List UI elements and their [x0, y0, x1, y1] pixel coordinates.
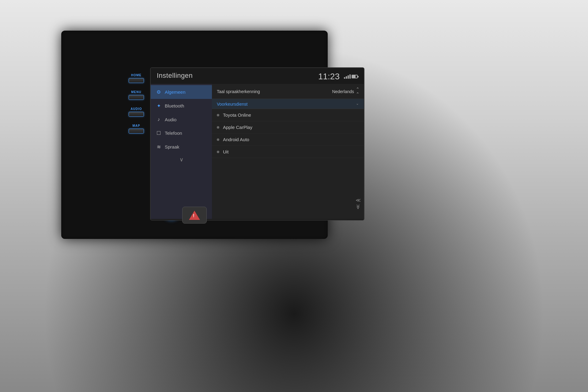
option-label-toyota: Toyota Online — [223, 112, 251, 118]
option-label-android: Android Auto — [223, 137, 249, 142]
menu-item-telefoon[interactable]: ☐ Telefoon — [151, 126, 212, 140]
menu-label-audio: Audio — [165, 117, 176, 122]
screen-header: Instellingen 11:23 — [151, 68, 364, 84]
menu-item-algemeen[interactable]: ⚙ Algemeen — [151, 85, 212, 99]
signal-bar-3 — [348, 75, 349, 79]
screen-title: Instellingen — [157, 72, 193, 80]
signal-icons — [344, 74, 358, 79]
signal-bar-1 — [344, 77, 345, 79]
phone-icon: ☐ — [156, 130, 162, 136]
settings-right-panel: Taal spraakherkenning Nederlands ⌃ ⌃ Voo… — [212, 84, 364, 219]
hazard-triangle-icon — [189, 211, 200, 220]
map-button[interactable] — [129, 129, 144, 134]
audio-button[interactable] — [129, 112, 144, 117]
taal-setting-value: Nederlands — [332, 89, 354, 94]
menu-item-bluetooth[interactable]: ✦ Bluetooth — [151, 99, 212, 113]
head-unit: HOME MENU AUDIO MAP CH > < TR — [61, 31, 328, 239]
infotainment-screen: Instellingen 11:23 — [150, 67, 364, 221]
menu-button[interactable] — [129, 95, 144, 100]
chevron-down-double-icon: ≫ — [356, 198, 361, 203]
audio-button-group: AUDIO — [129, 107, 144, 117]
signal-bar-4 — [349, 74, 351, 79]
menu-button-group: MENU — [129, 90, 144, 100]
option-label-uit: Uit — [223, 149, 228, 154]
menu-label: MENU — [131, 90, 141, 94]
menu-label-telefoon: Telefoon — [165, 130, 182, 136]
music-note-icon: ♪ — [156, 117, 162, 122]
chevron-up-icon: ⌃ — [356, 87, 360, 91]
voorkeursdienst-header: Voorkeursdienst ⌄ — [212, 99, 364, 109]
chevron-down-single-icon: ≫ — [355, 204, 361, 209]
screen-content: ⚙ Algemeen ✦ Bluetooth ♪ Audio ☐ Telefoo… — [151, 84, 364, 219]
battery-icon — [352, 75, 358, 78]
voice-icon: ≋ — [156, 144, 162, 150]
menu-label-algemeen: Algemeen — [165, 89, 186, 95]
settings-menu-sidebar: ⚙ Algemeen ✦ Bluetooth ♪ Audio ☐ Telefoo… — [151, 84, 212, 219]
menu-more-button[interactable]: ∨ — [151, 154, 212, 165]
chevron-down-icon: ∨ — [179, 156, 183, 163]
scroll-arrows-up: ⌃ ⌃ — [356, 87, 360, 96]
option-android-auto[interactable]: Android Auto — [212, 134, 364, 146]
option-dot-android — [217, 138, 219, 141]
left-physical-buttons: HOME MENU AUDIO MAP — [129, 74, 144, 134]
hazard-button[interactable] — [182, 207, 207, 224]
voorkeursdienst-title: Voorkeursdienst — [217, 102, 247, 107]
menu-item-spraak[interactable]: ≋ Spraak — [151, 140, 212, 154]
option-label-carplay: Apple CarPlay — [223, 125, 252, 130]
battery-fill — [352, 75, 356, 78]
menu-label-bluetooth: Bluetooth — [165, 103, 184, 108]
screen-time-area: 11:23 — [318, 72, 358, 81]
option-dot-carplay — [217, 126, 219, 129]
scroll-arrows-right: ≫ ≫ — [356, 198, 361, 210]
home-button[interactable] — [129, 78, 144, 83]
option-dot-toyota — [217, 114, 219, 116]
hazard-button-area — [182, 207, 207, 224]
option-apple-carplay[interactable]: Apple CarPlay — [212, 121, 364, 134]
map-label: MAP — [132, 124, 140, 127]
audio-label: AUDIO — [130, 107, 142, 111]
signal-bar-2 — [346, 76, 347, 79]
gear-icon: ⚙ — [156, 89, 162, 95]
home-button-group: HOME — [129, 74, 144, 83]
car-panel: HOME MENU AUDIO MAP CH > < TR — [0, 0, 588, 392]
chevron-up-icon-2: ⌃ — [356, 92, 360, 96]
option-dot-uit — [217, 151, 219, 153]
option-toyota-online[interactable]: Toyota Online — [212, 109, 364, 121]
chevron-right-icon: ⌄ — [356, 101, 359, 106]
time-display: 11:23 — [318, 72, 340, 81]
home-label: HOME — [131, 74, 141, 77]
top-setting-row[interactable]: Taal spraakherkenning Nederlands ⌃ ⌃ — [212, 84, 364, 99]
options-list: Toyota Online Apple CarPlay Android Auto — [212, 109, 364, 219]
bluetooth-icon: ✦ — [156, 103, 162, 109]
map-button-group: MAP — [129, 124, 144, 134]
taal-setting-label: Taal spraakherkenning — [217, 89, 260, 94]
menu-label-spraak: Spraak — [165, 144, 179, 149]
option-uit[interactable]: Uit — [212, 146, 364, 158]
menu-item-audio[interactable]: ♪ Audio — [151, 113, 212, 126]
